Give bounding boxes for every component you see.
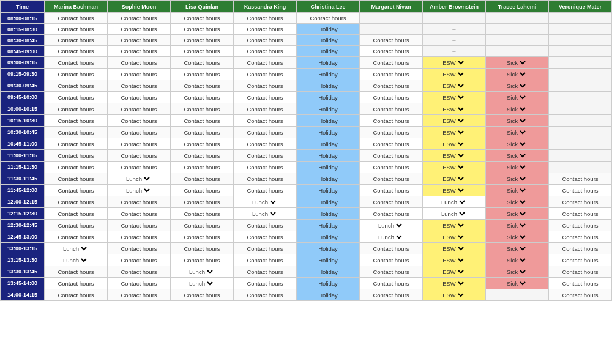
data-cell-col8[interactable]: Sick ▼ [486,57,549,69]
cell-select[interactable]: ▼ [457,151,466,160]
cell-select[interactable]: ▼ [457,256,466,264]
cell-select[interactable]: ▼ [457,70,466,78]
cell-select[interactable]: ▼ [80,244,89,253]
cell-select[interactable]: ▼ [457,279,466,288]
cell-select[interactable]: ▼ [519,209,528,218]
cell-select[interactable]: ▼ [395,221,404,229]
cell-select[interactable]: ▼ [206,267,215,276]
data-cell-col7[interactable]: ESW ▼ [423,127,486,138]
data-cell-col8[interactable]: Sick ▼ [486,243,549,254]
data-cell-col3[interactable]: Lunch ▼ [171,266,234,278]
cell-select[interactable]: ▼ [519,81,528,90]
data-cell-col4[interactable]: Lunch ▼ [234,208,297,220]
cell-select[interactable]: ▼ [80,256,89,264]
cell-select[interactable]: ▼ [519,139,528,148]
cell-select[interactable]: ▼ [519,232,528,241]
data-cell-col3[interactable]: Lunch ▼ [171,278,234,289]
data-cell-col1[interactable]: Lunch ▼ [45,254,108,266]
data-cell-col8[interactable]: Sick ▼ [486,231,549,243]
data-cell-col8[interactable]: Sick ▼ [486,266,549,278]
cell-select[interactable]: ▼ [519,186,528,195]
cell-select[interactable]: ▼ [457,174,466,183]
cell-select[interactable]: ▼ [457,244,466,253]
data-cell-col7[interactable]: ESW ▼ [423,266,486,278]
data-cell-col8[interactable]: Sick ▼ [486,127,549,138]
data-cell-col7[interactable]: ESW ▼ [423,69,486,80]
cell-select[interactable]: ▼ [395,232,404,241]
cell-select[interactable]: ▼ [457,221,466,229]
cell-select[interactable]: ▼ [457,58,466,67]
data-cell-col8[interactable]: Sick ▼ [486,196,549,208]
data-cell-col7[interactable]: Lunch ▼ [423,196,486,208]
cell-select[interactable]: ▼ [457,128,466,136]
data-cell-col7[interactable]: ESW ▼ [423,162,486,173]
data-cell-col8[interactable]: Sick ▼ [486,103,549,115]
cell-select[interactable]: ▼ [519,70,528,78]
data-cell-col6[interactable]: Lunch ▼ [360,231,423,243]
cell-select[interactable]: ▼ [457,139,466,148]
data-cell-col8[interactable]: Sick ▼ [486,208,549,220]
cell-select[interactable]: ▼ [458,198,467,206]
cell-select[interactable]: ▼ [519,116,528,125]
data-cell-col7[interactable]: ESW ▼ [423,103,486,115]
data-cell-col7[interactable]: Lunch ▼ [423,208,486,220]
cell-select[interactable]: ▼ [519,244,528,253]
cell-select[interactable]: ▼ [457,81,466,90]
data-cell-col8[interactable]: Sick ▼ [486,150,549,162]
data-cell-col8[interactable]: Sick ▼ [486,185,549,196]
cell-select[interactable]: ▼ [457,267,466,276]
data-cell-col1[interactable]: Lunch ▼ [45,243,108,254]
data-cell-col8[interactable]: Sick ▼ [486,254,549,266]
data-cell-col7[interactable]: ESW ▼ [423,185,486,196]
data-cell-col8[interactable]: Sick ▼ [486,115,549,127]
cell-select[interactable]: ▼ [457,291,466,299]
cell-select[interactable]: ▼ [457,186,466,195]
data-cell-col7[interactable]: ESW ▼ [423,150,486,162]
data-cell-col2[interactable]: Lunch ▼ [108,185,171,196]
data-cell-col8[interactable]: Sick ▼ [486,138,549,150]
data-cell-col7[interactable]: ESW ▼ [423,243,486,254]
cell-select[interactable]: ▼ [519,221,528,229]
data-cell-col6[interactable]: Lunch ▼ [360,220,423,231]
cell-select[interactable]: ▼ [457,93,466,102]
cell-select[interactable]: ▼ [457,232,466,241]
data-cell-col7[interactable]: ESW ▼ [423,254,486,266]
data-cell-col8[interactable]: Sick ▼ [486,173,549,185]
data-cell-col8[interactable]: Sick ▼ [486,162,549,173]
cell-select[interactable]: ▼ [206,279,215,288]
cell-select[interactable]: ▼ [519,174,528,183]
data-cell-col7[interactable]: ESW ▼ [423,57,486,69]
cell-select[interactable]: ▼ [143,186,152,195]
data-cell-col4[interactable]: Lunch ▼ [234,196,297,208]
cell-select[interactable]: ▼ [457,163,466,171]
data-cell-col7[interactable]: ESW ▼ [423,231,486,243]
cell-select[interactable]: ▼ [457,105,466,113]
cell-select[interactable]: ▼ [519,198,528,206]
cell-select[interactable]: ▼ [269,209,278,218]
data-cell-col2[interactable]: Lunch ▼ [108,173,171,185]
data-cell-col8[interactable]: Sick ▼ [486,69,549,80]
data-cell-col7[interactable]: ESW ▼ [423,278,486,289]
data-cell-col8[interactable]: Sick ▼ [486,278,549,289]
cell-select[interactable]: ▼ [458,209,467,218]
data-cell-col7[interactable]: ESW ▼ [423,220,486,231]
cell-select[interactable]: ▼ [519,279,528,288]
data-cell-col7[interactable]: ESW ▼ [423,289,486,301]
cell-select[interactable]: ▼ [519,256,528,264]
data-cell-col7[interactable]: ESW ▼ [423,92,486,103]
data-cell-col8[interactable]: Sick ▼ [486,92,549,103]
cell-select[interactable]: ▼ [519,267,528,276]
cell-select[interactable]: ▼ [519,151,528,160]
data-cell-col8[interactable]: Sick ▼ [486,220,549,231]
data-cell-col7[interactable]: ESW ▼ [423,173,486,185]
cell-select[interactable]: ▼ [457,116,466,125]
cell-select[interactable]: ▼ [519,163,528,171]
data-cell-col7[interactable]: ESW ▼ [423,80,486,92]
cell-select[interactable]: ▼ [519,93,528,102]
cell-select[interactable]: ▼ [269,198,278,206]
data-cell-col8[interactable]: Sick ▼ [486,80,549,92]
cell-select[interactable]: ▼ [519,128,528,136]
cell-select[interactable]: ▼ [143,174,152,183]
data-cell-col7[interactable]: ESW ▼ [423,115,486,127]
data-cell-col7[interactable]: ESW ▼ [423,138,486,150]
